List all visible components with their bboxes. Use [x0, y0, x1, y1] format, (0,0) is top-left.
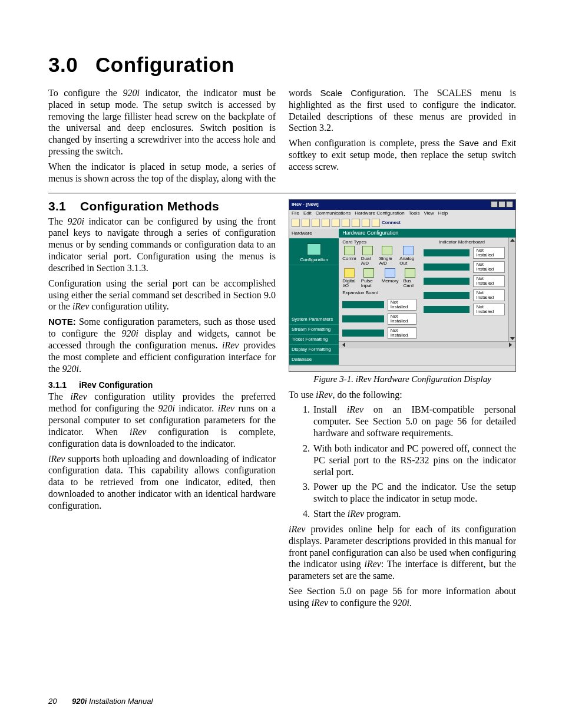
scroll-right-icon[interactable]	[509, 342, 514, 347]
s311-p2: iRev supports both uploading and downloa…	[48, 453, 276, 512]
card-dual-ad[interactable]: Dual A/D	[361, 246, 375, 266]
menu-view[interactable]: View	[424, 210, 434, 216]
publication-title: Installation Manual	[89, 697, 153, 706]
cut-icon[interactable]	[332, 219, 340, 227]
menu-help[interactable]: Help	[438, 210, 448, 216]
save-icon[interactable]	[312, 219, 320, 227]
page-number: 20	[48, 697, 57, 706]
connect-icon[interactable]	[372, 219, 380, 227]
open-icon[interactable]	[302, 219, 310, 227]
sidebar-item-display-formatting[interactable]: Display Formatting	[289, 345, 339, 355]
slot-icon[interactable]	[424, 292, 470, 299]
slot-icon[interactable]	[424, 306, 470, 313]
window-titlebar: iRev - [New]	[289, 200, 515, 210]
horizontal-scrollbar[interactable]	[339, 341, 515, 348]
card-digital-io[interactable]: Digital I/O	[342, 268, 356, 288]
sidebar: Hardware Configuration System Parameters…	[289, 229, 339, 365]
mb-slot-1: Not Installed	[424, 247, 505, 259]
irev-window: iRev - [New] FileEditCommunicationsHardw…	[289, 199, 516, 372]
slot-icon[interactable]	[342, 315, 384, 322]
sidebar-item-database[interactable]: Database	[289, 355, 339, 365]
slot-icon[interactable]	[424, 249, 470, 256]
figure-3-1: iRev - [New] FileEditCommunicationsHardw…	[289, 199, 516, 384]
mb-slot-3: Not Installed	[424, 275, 505, 287]
status-bar	[289, 365, 515, 371]
after-fig-lead: To use iRev, do the following:	[289, 389, 516, 401]
section-text: Configuration	[95, 53, 234, 76]
slot-icon[interactable]	[342, 301, 384, 308]
divider	[48, 193, 516, 193]
slot-icon[interactable]	[424, 263, 470, 271]
s31-p2: Configuration using the serial port can …	[48, 278, 276, 312]
subsection-number: 3.1	[48, 199, 80, 213]
s31-p1: The 920i indicator can be configured by …	[48, 216, 276, 274]
maximize-icon[interactable]	[498, 201, 505, 207]
intro-columns: To configure the 920i indicator, the ind…	[48, 87, 516, 185]
menu-tools[interactable]: Tools	[409, 210, 420, 216]
new-icon[interactable]	[292, 219, 300, 227]
sidebar-item-ticket-formatting[interactable]: Ticket Formatting	[289, 335, 339, 345]
publication-model: 920i	[72, 697, 87, 706]
slot-icon[interactable]	[424, 278, 470, 285]
step-4: Start the iRev program.	[312, 508, 516, 520]
panel-title: Hardware Configuration	[339, 229, 515, 238]
minimize-icon[interactable]	[491, 201, 498, 207]
print-icon[interactable]	[322, 219, 330, 227]
card-memory[interactable]: Memory	[382, 268, 399, 288]
step-1: Install iRev on an IBM-compatible person…	[312, 404, 516, 439]
s31-note: NOTE: Some configuration parameters, suc…	[48, 316, 276, 374]
expansion-board-label: Expansion Board	[342, 291, 416, 295]
close-icon[interactable]	[506, 201, 513, 207]
step-2: With both indicator and PC powered off, …	[312, 443, 516, 477]
subsubsection-heading: 3.1.1iRev Configuration	[48, 380, 276, 390]
step-3: Power up the PC and the indicator. Use t…	[312, 481, 516, 505]
page-footer: 20 920i Installation Manual	[48, 697, 153, 706]
mb-slot-2: Not Installed	[424, 261, 505, 273]
menu-edit[interactable]: Edit	[303, 210, 312, 216]
steps-list: Install iRev on an IBM-compatible person…	[298, 404, 516, 519]
figure-caption: Figure 3-1. iRev Hardware Configuration …	[289, 374, 516, 384]
vertical-scrollbar[interactable]	[508, 238, 515, 341]
toolbar: Connect	[289, 217, 515, 229]
card-types: Card Types Comm Dual A/D Single A/D Anal…	[339, 238, 420, 297]
sidebar-item-system-params[interactable]: System Parameters	[289, 315, 339, 325]
card-single-ad[interactable]: Single A/D	[379, 246, 395, 266]
exp-slot-3: Not Installed	[342, 327, 416, 339]
menu-file[interactable]: File	[292, 210, 299, 216]
sidebar-icon-config[interactable]: Configuration	[289, 239, 339, 265]
intro-p3: When configuration is complete, press th…	[289, 137, 516, 172]
motherboard-label: Indicator Motherboard	[424, 240, 505, 245]
intro-p1: To configure the 920i indicator, the ind…	[48, 87, 276, 157]
window-title: iRev - [New]	[292, 202, 319, 207]
section-title: 3.0Configuration	[48, 53, 516, 77]
scroll-left-icon[interactable]	[340, 342, 345, 347]
help-icon[interactable]	[362, 219, 370, 227]
exp-slot-1: Not Installed	[342, 299, 416, 311]
card-bus[interactable]: Bus Card	[404, 268, 416, 288]
menu-communications[interactable]: Communications	[316, 210, 351, 216]
subsub-number: 3.1.1	[48, 380, 79, 390]
card-comm[interactable]: Comm	[342, 246, 356, 266]
mb-slot-4: Not Installed	[424, 289, 505, 301]
slot-icon[interactable]	[342, 330, 384, 337]
card-pulse-input[interactable]: Pulse Input	[361, 268, 377, 288]
menubar: FileEditCommunicationsHardware Configura…	[289, 210, 515, 217]
sidebar-spacer	[289, 265, 339, 315]
subsection-text: Configuration Methods	[80, 199, 219, 213]
gear-icon	[307, 243, 321, 255]
scroll-up-icon[interactable]	[510, 239, 515, 242]
paste-icon[interactable]	[352, 219, 360, 227]
menu-hardware-config[interactable]: Hardware Configuration	[355, 210, 405, 216]
card-types-label: Card Types	[342, 240, 416, 245]
exp-slot-2: Not Installed	[342, 313, 416, 325]
copy-icon[interactable]	[342, 219, 350, 227]
window-buttons	[490, 201, 513, 209]
section-body: 3.1Configuration Methods The 920i indica…	[48, 199, 516, 609]
scroll-down-icon[interactable]	[510, 337, 515, 340]
connect-label[interactable]: Connect	[382, 220, 401, 225]
card-analog-out[interactable]: Analog Out	[399, 246, 416, 266]
sidebar-item-stream-formatting[interactable]: Stream Formatting	[289, 325, 339, 335]
subsub-text: iRev Configuration	[79, 380, 153, 390]
sidebar-item-hardware[interactable]: Hardware	[289, 229, 339, 239]
mb-slot-5: Not Installed	[424, 304, 505, 315]
